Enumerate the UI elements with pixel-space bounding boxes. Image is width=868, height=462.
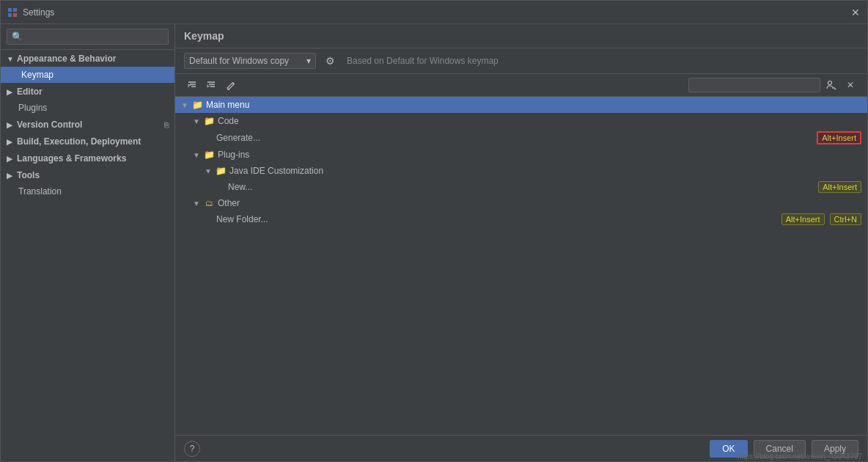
settings-window: Settings ✕ ▼ Appearance & Behavior Keyma… <box>0 0 868 462</box>
find-user-button[interactable] <box>823 77 839 93</box>
help-button[interactable]: ? <box>184 441 200 457</box>
tree-node-new[interactable]: New... Alt+Insert <box>175 179 867 195</box>
sidebar-item-label: Build, Execution, Deployment <box>17 136 141 147</box>
tree-node-label: Plug-ins <box>218 150 861 160</box>
window-title: Settings <box>23 7 850 18</box>
title-bar: Settings ✕ <box>1 1 867 24</box>
tree-node-label: Generate... <box>216 133 814 143</box>
sidebar-item-label: Version Control <box>17 120 82 130</box>
keymap-dropdown-value: Default for Windows copy <box>189 56 289 66</box>
sidebar-search-input[interactable] <box>7 29 169 45</box>
svg-rect-1 <box>13 8 17 12</box>
sidebar-item-languages-frameworks[interactable]: ▶ Languages & Frameworks <box>1 150 174 166</box>
tree-node-plugins[interactable]: ▼ 📁 Plug-ins <box>175 147 867 163</box>
svg-rect-3 <box>13 13 17 17</box>
sidebar-item-label: Tools <box>17 170 40 180</box>
sidebar-item-label: Appearance & Behavior <box>17 54 116 64</box>
tree-node-label: Java IDE Customization <box>229 166 861 176</box>
shortcut-badge-new: Alt+Insert <box>818 181 861 193</box>
sidebar-item-label: Plugins <box>18 103 47 113</box>
keymap-search-input[interactable] <box>688 78 820 92</box>
actions-bar: ✕ <box>175 74 867 97</box>
tree-node-new-folder[interactable]: New Folder... Alt+Insert Ctrl+N <box>175 211 867 227</box>
tree-node-code[interactable]: ▼ 📁 Code <box>175 113 867 129</box>
collapse-all-icon <box>206 80 216 90</box>
chevron-right-icon: ▶ <box>7 121 14 129</box>
shortcut-badge-generate: Alt+Insert <box>817 131 861 144</box>
tree-node-label: Main menu <box>206 100 861 110</box>
tree-node-main-menu[interactable]: ▼ 📁 Main menu <box>175 97 867 113</box>
url-status: https://blog.csdn.net/weixin_45043707 <box>738 452 862 461</box>
search-right: ✕ <box>688 77 858 93</box>
tree-toggle-icon: ▼ <box>193 151 203 159</box>
svg-line-12 <box>834 87 836 89</box>
sidebar-item-appearance-behavior[interactable]: ▼ Appearance & Behavior <box>1 50 174 67</box>
chevron-right-icon: ▶ <box>7 155 14 163</box>
shortcut-badge-new-folder-2: Ctrl+N <box>830 213 861 225</box>
tree-toggle-icon: ▼ <box>205 167 215 175</box>
panel-header: Keymap <box>175 24 867 48</box>
sidebar-search-bar <box>1 24 174 50</box>
folder-icon: 📁 <box>203 115 215 127</box>
shortcut-badge-new-folder-1: Alt+Insert <box>781 213 825 225</box>
tree-node-java-ide[interactable]: ▼ 📁 Java IDE Customization <box>175 163 867 179</box>
chevron-down-icon: ▾ <box>306 56 311 66</box>
chevron-right-icon: ▶ <box>7 88 14 96</box>
sidebar-item-build-execution[interactable]: ▶ Build, Execution, Deployment <box>1 133 174 150</box>
shortcut-badges: Alt+Insert Ctrl+N <box>779 213 861 225</box>
copy-icon: ⎘ <box>164 121 169 129</box>
close-search-button[interactable]: ✕ <box>842 77 858 93</box>
sidebar: ▼ Appearance & Behavior Keymap ▶ Editor … <box>1 24 175 461</box>
gear-button[interactable]: ⚙ <box>322 53 338 69</box>
folder-special-icon: 🗂 <box>203 197 215 209</box>
sidebar-item-label: Languages & Frameworks <box>17 153 126 164</box>
chevron-right-icon: ▶ <box>7 172 14 180</box>
tree-node-label: New Folder... <box>216 214 779 224</box>
tree-toggle-icon: ▼ <box>181 101 191 109</box>
sidebar-item-label: Editor <box>17 87 43 97</box>
svg-rect-2 <box>8 13 12 17</box>
folder-icon: 📁 <box>215 165 227 177</box>
sidebar-item-keymap[interactable]: Keymap <box>1 67 174 83</box>
right-panel: Keymap Default for Windows copy ▾ ⚙ Base… <box>175 24 867 461</box>
based-on-label: Based on Default for Windows keymap <box>347 56 499 66</box>
keymap-tree[interactable]: ▼ 📁 Main menu ▼ 📁 Code Generate... Alt+I… <box>175 97 867 435</box>
app-icon <box>7 7 18 18</box>
tree-toggle-icon: ▼ <box>193 117 203 125</box>
folder-icon: 📁 <box>191 99 203 111</box>
sidebar-item-label: Translation <box>18 186 62 197</box>
edit-button[interactable] <box>222 77 238 93</box>
sidebar-item-translation[interactable]: Translation <box>1 183 174 199</box>
sidebar-item-editor[interactable]: ▶ Editor <box>1 83 174 100</box>
user-search-icon <box>826 80 836 90</box>
keymap-toolbar: Default for Windows copy ▾ ⚙ Based on De… <box>175 48 867 74</box>
sidebar-item-version-control[interactable]: ▶ Version Control ⎘ <box>1 116 174 133</box>
tree-toggle-icon: ▼ <box>193 199 203 208</box>
tree-node-label: New... <box>228 182 815 192</box>
edit-icon <box>226 81 235 90</box>
tree-node-label: Code <box>218 116 861 126</box>
svg-rect-0 <box>8 8 12 12</box>
sidebar-item-plugins[interactable]: Plugins <box>1 100 174 116</box>
collapse-all-button[interactable] <box>203 77 219 93</box>
expand-all-button[interactable] <box>184 77 200 93</box>
main-content: ▼ Appearance & Behavior Keymap ▶ Editor … <box>1 24 867 461</box>
panel-title: Keymap <box>184 30 224 42</box>
svg-point-11 <box>828 81 832 85</box>
tree-node-label: Other <box>218 198 861 208</box>
chevron-down-icon: ▼ <box>7 55 14 63</box>
folder-icon: 📁 <box>203 149 215 161</box>
sidebar-item-label: Keymap <box>21 70 54 80</box>
chevron-right-icon: ▶ <box>7 138 14 146</box>
sidebar-item-tools[interactable]: ▶ Tools <box>1 166 174 183</box>
keymap-dropdown[interactable]: Default for Windows copy ▾ <box>184 53 316 69</box>
tree-node-generate[interactable]: Generate... Alt+Insert <box>175 129 867 147</box>
tree-node-other[interactable]: ▼ 🗂 Other <box>175 195 867 211</box>
close-button[interactable]: ✕ <box>850 7 861 18</box>
expand-all-icon <box>187 80 197 90</box>
